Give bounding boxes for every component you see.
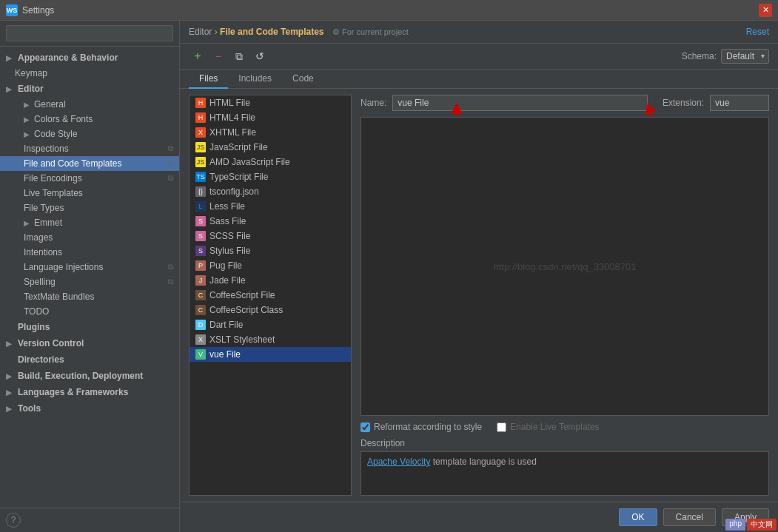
file-icon: X [195,127,206,138]
desc-link[interactable]: Apache Velocity [367,457,430,467]
sidebar-item-label: TextMate Bundles [24,292,94,302]
sidebar-item-emmet[interactable]: ▶ Emmet [0,215,179,230]
list-item[interactable]: S SCSS File [190,229,351,243]
tab-files[interactable]: Files [189,70,228,89]
livetemplates-check[interactable] [497,422,506,432]
reset-link[interactable]: Reset [746,27,769,37]
file-name: JavaScript File [209,142,268,152]
sidebar-item-livetemplates[interactable]: Live Templates [0,186,179,201]
tab-includes[interactable]: Includes [228,70,282,89]
arrow-icon: ▶ [6,388,15,397]
list-item[interactable]: C CoffeeScript File [190,288,351,303]
sidebar-item-label: Live Templates [24,188,83,198]
file-name: Jade File [209,275,246,286]
sidebar-item-general[interactable]: ▶ General [0,97,179,112]
sidebar-item-versioncontrol[interactable]: ▶ Version Control [0,335,179,351]
breadcrumb-path: Editor [189,27,212,37]
help-button[interactable]: ? [6,513,21,528]
list-item[interactable]: J Jade File [190,273,351,288]
sidebar-item-label: File and Code Templates [24,158,122,169]
cancel-button[interactable]: Cancel [663,508,716,526]
list-item[interactable]: X XSLT Stylesheet [190,332,351,347]
list-item[interactable]: P Pug File [190,258,351,273]
copy-button[interactable]: ⧉ [230,47,248,65]
sidebar-item-tools[interactable]: ▶ Tools [0,400,179,417]
arrow-icon: ▶ [6,85,15,93]
ext-input[interactable] [710,95,769,111]
sidebar-item-inspections[interactable]: Inspections ⧉ [0,141,179,156]
sidebar-item-todo[interactable]: TODO [0,304,179,319]
nav-tree: ▶ Appearance & Behavior Keymap ▶ Editor … [0,47,179,508]
copy-icon: ⧉ [168,144,173,153]
breadcrumb-separator: › [215,27,220,37]
sidebar-item-filetypes[interactable]: File Types [0,201,179,215]
file-name: HTML4 File [209,112,255,123]
list-item[interactable]: D Dart File [190,317,351,332]
sidebar-item-directories[interactable]: ▶ Directories [0,351,179,368]
livetemplates-label: Enable Live Templates [510,422,600,432]
sidebar-item-filetemplates[interactable]: File and Code Templates ⧉ [0,156,179,171]
file-icon: C [195,290,206,300]
sidebar-item-build[interactable]: ▶ Build, Execution, Deployment [0,368,179,384]
sidebar-item-spelling[interactable]: Spelling ⧉ [0,275,179,289]
editor-area[interactable]: http://blog.csdn.net/qq_33008701 [361,117,769,416]
sidebar-item-colors[interactable]: ▶ Colors & Fonts [0,112,179,127]
list-item[interactable]: C CoffeeScript Class [190,303,351,317]
schema-select[interactable]: Default Project [721,49,769,64]
sidebar-item-keymap[interactable]: Keymap [0,66,179,81]
sidebar-item-languages[interactable]: ▶ Languages & Frameworks [0,384,179,400]
remove-button[interactable]: − [209,47,227,65]
reformat-check[interactable] [361,422,370,432]
list-item[interactable]: S Sass File [190,214,351,229]
sidebar-item-label: Tools [18,403,41,414]
options-row: Reformat according to style Enable Live … [361,422,769,432]
php-label: php [725,519,745,531]
list-item[interactable]: H HTML4 File [190,110,351,125]
file-list[interactable]: H HTML File H HTML4 File X XHTML File JS… [189,95,352,496]
file-icon: S [195,231,206,241]
refresh-button[interactable]: ↺ [251,47,269,65]
list-item[interactable]: TS TypeScript File [190,169,351,184]
list-item[interactable]: L Less File [190,199,351,214]
add-button[interactable]: + [189,47,207,65]
list-item[interactable]: X XHTML File [190,125,351,140]
file-icon: H [195,112,206,123]
sidebar-item-textmate[interactable]: TextMate Bundles [0,289,179,304]
ok-button[interactable]: OK [619,508,657,526]
toolbar: + − ⧉ ↺ Schema: Default Project [180,44,778,70]
sidebar-item-appearance[interactable]: ▶ Appearance & Behavior [0,50,179,66]
arrow-icon: ▶ [24,130,33,138]
sidebar-item-label: Intentions [24,247,62,257]
sidebar-item-langinjections[interactable]: Language Injections ⧉ [0,260,179,275]
schema-label: Schema: [682,51,717,61]
sidebar-item-label: Images [24,232,53,243]
search-input[interactable] [6,25,173,41]
sidebar-item-editor[interactable]: ▶ Editor [0,81,179,97]
file-icon: TS [195,172,206,182]
list-item[interactable]: S Stylus File [190,243,351,258]
sidebar-item-plugins[interactable]: ▶ Plugins [0,319,179,335]
breadcrumb-current: File and Code Templates [220,27,323,37]
list-item[interactable]: H HTML File [190,95,351,110]
sidebar-item-intentions[interactable]: Intentions [0,245,179,260]
file-name: XSLT Stylesheet [209,334,275,345]
sidebar-item-images[interactable]: Images [0,230,179,245]
list-item[interactable]: JS JavaScript File [190,140,351,155]
name-input[interactable] [392,95,648,111]
file-name: AMD JavaScript File [209,157,290,167]
livetemplates-checkbox[interactable]: Enable Live Templates [497,422,600,432]
description-box: Apache Velocity template language is use… [361,451,769,496]
file-icon: P [195,260,206,271]
sidebar-item-encodings[interactable]: File Encodings ⧉ [0,171,179,186]
list-item-vue[interactable]: V vue File [190,347,351,362]
reformat-checkbox[interactable]: Reformat according to style [361,422,482,432]
close-button[interactable]: ✕ [759,4,772,17]
copy-icon: ⧉ [168,174,173,183]
list-item[interactable]: {} tsconfig.json [190,184,351,199]
list-item[interactable]: JS AMD JavaScript File [190,155,351,169]
sidebar-item-label: Languages & Frameworks [18,387,128,397]
file-icon: H [195,98,206,108]
arrow-icon: ▶ [24,115,33,124]
tab-code[interactable]: Code [282,70,324,89]
sidebar-item-codestyle[interactable]: ▶ Code Style [0,127,179,141]
